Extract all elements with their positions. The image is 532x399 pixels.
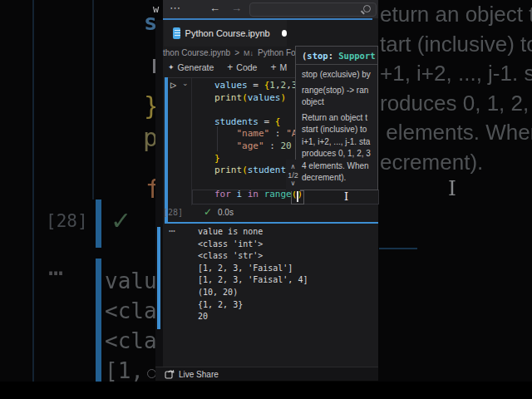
output-line: value is none [198,226,308,239]
collapse-output-button[interactable]: ⋯ [169,224,175,237]
generate-button[interactable]: ✦ Generate [168,62,214,72]
signature-token: : [328,51,339,61]
notebook-icon [173,27,180,39]
code-line[interactable]: "age" : 20 [214,140,303,153]
run-options-chevron-icon[interactable]: ⌄ [182,79,189,87]
tooltip-line: range(stop) -> ran [302,85,377,97]
tooltip-paragraph: stop (exclusive) by [302,69,377,81]
code-token: in [248,189,259,200]
tooltip-line: Return an object t [302,112,377,125]
code-token [242,189,248,200]
code-token: students [248,165,292,175]
code-token [231,189,237,200]
code-token: values [248,92,281,103]
bg-indent-guide-2 [92,0,94,200]
breadcrumb-section[interactable]: Python Fo [258,48,296,57]
tooltip-line: stop (exclusive) by [302,69,377,81]
output-line: <class 'str'> [198,250,308,263]
breadcrumb: thon Course.ipynb > M↓ Python Fo [163,48,296,57]
output-line: [1, 2, 3, 'Faisal', 4] [198,274,308,287]
code-line[interactable]: print(values) [214,92,303,105]
code-token: students [214,116,259,127]
code-token: print [214,165,242,175]
bg-tooltip-text: eturn an object ttart (inclusive) to+1, … [380,2,532,180]
forward-button[interactable]: → [231,2,242,13]
breadcrumb-file[interactable]: thon Course.ipynb [163,48,230,57]
tooltip-line: produces 0, 1, 2, 3 [302,148,377,160]
bg-tooltip-line: tart (inclusive) to [380,32,532,62]
notebook-toolbar: ✦ Generate + Code + M [168,62,287,73]
code-token: values [214,80,248,91]
code-token: ( [242,92,248,103]
tooltip-line: start (inclusive) to [302,124,377,136]
chevron-down-icon[interactable]: ∨ [291,180,296,188]
tooltip-paragraph: range(stop) -> ranobject [302,85,377,109]
add-markdown-label: M [279,62,287,72]
code-token: , [275,80,281,91]
generate-label: Generate [178,62,214,72]
output-line: <class 'int'> [198,239,308,251]
tooltip-line: decrement). [302,172,377,185]
text-caret [297,191,298,202]
bg-check-icon: ✓ [111,206,131,235]
code-line[interactable]: "name" : "A [214,128,303,140]
code-token: , [286,80,292,91]
code-line[interactable] [214,104,303,116]
code-token: : [264,140,281,151]
bg-cell-bar-segment [96,259,101,382]
output-line: 20 [198,311,308,323]
tooltip-line: i+1, i+2, ..., j-1. sta [302,136,377,149]
cell-output: value is none<class 'int'><class 'str'>[… [198,226,308,323]
add-code-button[interactable]: + Code [227,62,257,73]
live-share-button[interactable]: Live Share [179,370,219,379]
breadcrumb-separator: > [234,48,239,57]
bg-exec-count: [28] [46,211,88,231]
back-button[interactable]: ← [209,2,220,13]
code-token: ) [281,92,287,103]
signature-line: (stop: Support [296,47,377,65]
success-check-icon: ✓ [204,206,212,218]
tab-title: Python Course.ipynb [185,28,270,38]
sparkle-icon: ✦ [168,63,175,71]
letterbox-bottom [0,382,532,399]
add-markdown-button[interactable]: + M [270,62,287,73]
code-token [214,128,237,139]
bg-tooltip-line: eturn an object t [380,2,532,32]
focused-cell-bar [165,77,168,224]
code-token [259,189,264,200]
output-line: [1, 2, 3, 'Faisal'] [198,263,308,275]
code-token: } [214,153,220,164]
bg-tooltip-line: ecrement). [380,150,532,180]
more-actions-button[interactable]: ⋯ [170,2,180,13]
code-line[interactable]: values = {1,2,3 [214,80,303,92]
signature-token: Support [338,51,375,61]
code-token: = [259,116,275,127]
chevron-up-icon[interactable]: ∧ [291,163,296,171]
bg-tooltip-line: roduces 0, 1, 2, 3 [380,91,532,121]
tooltip-line: 4 elements. When [302,160,377,173]
bg-indent-guide-1 [32,0,34,382]
unsaved-changes-dot[interactable] [282,30,287,37]
execution-time: 0.0s [218,208,234,217]
run-cell-button[interactable]: ▷ [170,79,176,91]
code-line[interactable]: students = { [214,116,303,129]
live-share-icon [165,369,175,379]
bg-blue-line-fragment [379,248,417,249]
command-center-search[interactable] [249,2,377,17]
add-code-label: Code [236,62,257,72]
code-token [214,140,237,151]
code-token: ( [242,165,248,175]
plus-icon: + [270,62,276,73]
plus-icon: + [227,62,233,73]
status-bar: Live Share [155,367,378,381]
markdown-icon: M↓ [244,49,254,57]
bg-tooltip-line: +1, i+2, ..., j-1. sta [380,61,532,91]
code-token: 20 [281,140,292,151]
code-token: "name" [237,128,270,139]
output-line: (10, 20) [198,287,308,299]
tab-python-course[interactable]: Python Course.ipynb [164,20,287,47]
overload-pager: ∧ 1/2 ∨ [286,160,300,191]
hover-tooltip: (stop: Support stop (exclusive) byrange(… [295,46,378,190]
output-line: {1, 2, 3} [198,299,308,312]
cell-bottom-border [168,222,378,224]
